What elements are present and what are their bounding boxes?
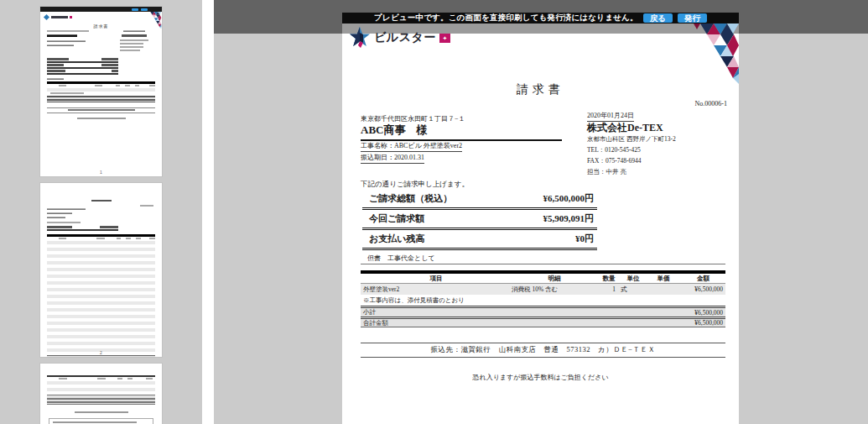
issuer-company: 株式会社De-TEX [587, 121, 663, 135]
header-amount: 金額 [681, 275, 725, 283]
thumb1-back-button-chip [132, 8, 138, 11]
thumb2-title-bar [91, 200, 112, 202]
preview-pane: プレビュー中です。この画面を直接印刷しても発行済にはなりません。 戻る 発行 ビ… [214, 0, 868, 424]
summary-label: お支払い残高 [369, 233, 425, 245]
thumb1-issue-button-chip [141, 8, 148, 11]
greeting-text: 下記の通りご請求申し上げます。 [361, 180, 469, 190]
brand-star-icon [349, 26, 371, 50]
thumbnail-panel: 請求書 [0, 0, 202, 424]
project-name: 工事名称：ABCビル 外壁塗装ver2 [361, 141, 462, 152]
table-note-row: ※工事内容は、添付見積書のとおり [361, 295, 725, 306]
summary-label: 今回ご請求額 [369, 212, 424, 225]
total-value: ¥6,500,000 [694, 319, 723, 327]
proviso-text: 但書 工事代金として [367, 254, 435, 263]
thumb1-summary-row [47, 69, 118, 75]
back-button[interactable]: 戻る [643, 13, 673, 23]
thumb1-text-bar [120, 46, 143, 48]
thumb3-note-box [49, 418, 153, 424]
invoice-number: No.00006-1 [695, 100, 727, 107]
summary-label: ご請求総額（税込） [369, 192, 452, 205]
summary-value: ¥0円 [575, 233, 594, 245]
thumb1-text-bar [47, 44, 74, 46]
summary-value: ¥6,500,000円 [543, 192, 595, 205]
thumb1-proviso-bar [47, 78, 64, 80]
thumb1-summary-row [47, 63, 118, 69]
invoice-paper: 請求書 No.00006-1 東京都千代田区永田町１丁目７−１ ABC商事 様 … [342, 34, 739, 424]
summary-value: ¥5,909,091円 [543, 212, 595, 225]
issuer-tel: TEL：0120-545-425 [587, 146, 641, 154]
cell-amount: ¥6,500,000 [681, 285, 725, 293]
thumb2-page-number: 2 [40, 350, 162, 355]
summary-row-total: ご請求総額（税込） ¥6,500,000円 [362, 190, 597, 210]
thumb2-address-block [47, 208, 155, 223]
thumb2-number-bar [140, 205, 153, 207]
thumb2-table [47, 234, 155, 357]
thumb3-table-rows [47, 381, 155, 395]
thumb2-summary-row [47, 225, 118, 231]
total-row: 合計金額 ¥6,500,000 [361, 317, 725, 327]
thumb1-title: 請求書 [40, 24, 162, 30]
thumb1-page-number: 1 [40, 170, 162, 175]
thumb1-text-bar [120, 43, 143, 44]
issue-button[interactable]: 発行 [678, 13, 707, 23]
table-header-row: 項目 明細 数量 単位 単価 金額 [361, 274, 725, 284]
thumb1-summary-row [47, 57, 118, 63]
proviso-underline [361, 264, 725, 264]
brand-name: ビルスター [374, 30, 436, 45]
summary-row-balance: お支払い残高 ¥0円 [362, 230, 597, 250]
page-thumbnail-1[interactable]: 請求書 [40, 7, 162, 176]
cell-unit: 式 [621, 285, 646, 294]
thumb1-deco-triangles [145, 12, 162, 30]
thumb1-table-row [47, 88, 155, 92]
header-qty: 数量 [597, 275, 621, 283]
notice-message: プレビュー中です。この画面を直接印刷しても発行済にはなりません。 [374, 13, 638, 24]
subtotal-row: 小計 ¥6,500,000 [361, 306, 725, 317]
thumb1-text-bar [120, 50, 140, 51]
header-item: 項目 [361, 275, 512, 283]
page-thumbnail-3[interactable] [40, 364, 162, 424]
header-unit: 単位 [621, 275, 646, 283]
thumb1-logo-badge [70, 16, 72, 18]
thumb3-center-bar [75, 411, 128, 413]
thumb2-table-rows [47, 241, 155, 355]
thumb1-text-bar [47, 30, 89, 32]
page-thumbnail-2[interactable]: 2 [40, 183, 162, 357]
issuer-fax: FAX：075-748-6944 [587, 157, 641, 165]
billing-summary: ご請求総額（税込） ¥6,500,000円 今回ご請求額 ¥5,909,091円… [362, 190, 597, 250]
deco-triangles [683, 24, 739, 89]
invoice-title: 請求書 [342, 82, 739, 97]
thumb1-bank-row [47, 107, 155, 113]
issuer-contact: 担当：中井 亮 [587, 168, 626, 176]
detail-table: 項目 明細 数量 単位 単価 金額 外壁塗装ver2 消費税 10% 含む 1 … [361, 270, 725, 327]
thumb1-text-bar [120, 39, 148, 41]
thumb1-text-bar [47, 34, 77, 37]
cell-detail: 消費税 10% 含む [512, 285, 597, 294]
bank-transfer-info: 振込先：滋賀銀行 山科南支店 普通 573132 カ）ＤＥ−ＴＥＸ [361, 343, 725, 358]
subtotal-value: ¥6,500,000 [694, 309, 723, 317]
brand-logo: ビルスター ✦ [349, 25, 450, 50]
sidebar-scrollbar[interactable] [202, 0, 214, 424]
table-row: 外壁塗装ver2 消費税 10% 含む 1 式 ¥6,500,000 [361, 284, 725, 295]
thumb1-text-bar [123, 30, 145, 32]
thumb1-address-block [47, 30, 155, 55]
notice-bar: プレビュー中です。この画面を直接印刷しても発行済にはなりません。 戻る 発行 [342, 13, 739, 24]
thumb1-text-bar [47, 40, 86, 42]
thumb1-summary [47, 57, 118, 75]
thumb1-logo-text-bar [51, 16, 68, 18]
total-label: 合計金額 [363, 319, 388, 327]
thumb1-table [47, 81, 155, 102]
thumb1-logo-star-icon [44, 14, 49, 20]
subtotal-label: 小計 [363, 308, 376, 317]
payment-due-date: 振込期日：2020.01.31 [361, 153, 424, 164]
header-detail: 明細 [512, 275, 597, 283]
footer-note: 恐れ入りますが振込手数料はご負担ください [342, 373, 739, 382]
thumb3-table [47, 375, 155, 405]
thumb3-total-row [47, 401, 155, 405]
summary-row-current: 今回ご請求額 ¥5,909,091円 [362, 210, 597, 230]
thumb1-text-bar [122, 34, 147, 37]
brand-badge-icon: ✦ [439, 34, 450, 43]
cell-item: 外壁塗装ver2 [361, 285, 512, 294]
header-unit-price: 単価 [646, 275, 681, 283]
thumb1-footer-bar [77, 118, 126, 119]
invoice-preview-screen: 請求書 [0, 0, 868, 424]
